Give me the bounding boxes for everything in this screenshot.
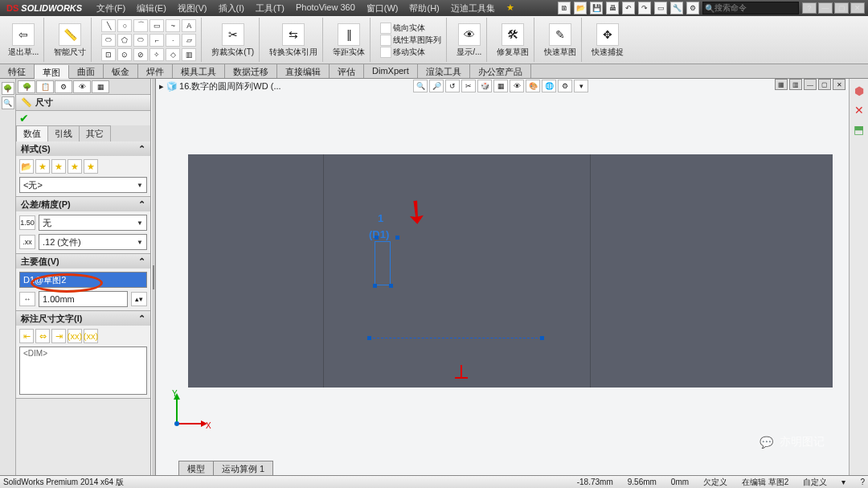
tab-dimxpert[interactable]: DimXpert (364, 64, 418, 78)
repair-button[interactable]: 修复草图 (497, 47, 529, 57)
section-style-head[interactable]: 样式(S)⌃ (16, 141, 150, 156)
move-button[interactable]: 移动实体 (380, 47, 441, 58)
tab-sheetmetal[interactable]: 钣金 (104, 64, 138, 78)
smart-dim-icon[interactable]: 📏 (59, 23, 81, 46)
tab-office[interactable]: 办公室产品 (470, 64, 531, 78)
dim-value-field[interactable]: 1.00mm (39, 291, 128, 307)
status-dropdown-icon[interactable]: ▾ (841, 478, 845, 486)
prev-view-icon[interactable]: ↺ (445, 80, 460, 92)
sketch-endpoint[interactable] (375, 236, 379, 240)
tab-weldment[interactable]: 焊件 (138, 64, 173, 78)
zoom-area-icon[interactable]: 🔎 (429, 80, 444, 92)
btab-model[interactable]: 模型 (178, 461, 214, 475)
style-load-icon[interactable]: 📂 (19, 159, 34, 174)
snap-icon[interactable]: ✥ (596, 23, 619, 46)
quick-sketch-icon[interactable]: ✎ (549, 23, 571, 46)
zoom-fit-icon[interactable]: 🔍 (413, 80, 428, 92)
text-tool-icon[interactable]: A (182, 19, 196, 32)
pm-tree-tab-icon[interactable]: 🌳 (18, 80, 35, 93)
close-icon[interactable]: ✕ (850, 2, 865, 14)
offset-button[interactable]: 等距实体 (333, 47, 365, 57)
collapse-icon[interactable]: ⌃ (138, 314, 145, 324)
tab-mold[interactable]: 模具工具 (173, 64, 225, 78)
tp-close-icon[interactable]: ✕ (852, 103, 866, 117)
menu-view[interactable]: 视图(V) (173, 1, 212, 16)
subtab-other[interactable]: 其它 (79, 125, 111, 141)
line-tool-icon[interactable]: ╲ (101, 19, 116, 32)
document-tab[interactable]: ▸ 🧊 16.数字的圆周阵列WD (... (156, 79, 285, 93)
plane-tool-icon[interactable]: ▱ (182, 34, 196, 47)
menu-tools[interactable]: 工具(T) (251, 1, 289, 16)
sketch-endpoint[interactable] (389, 284, 393, 288)
qa-redo-icon[interactable]: ↷ (638, 2, 651, 14)
doc-min-icon[interactable]: — (804, 79, 817, 90)
tab-evaluate[interactable]: 评估 (330, 64, 364, 78)
section-main-head[interactable]: 主要值(V)⌃ (16, 254, 150, 269)
qa-new-icon[interactable]: 🗎 (558, 2, 571, 14)
pm-disp-tab-icon[interactable]: 👁 (73, 80, 91, 93)
pm-ok-icon[interactable]: ✔ (19, 112, 29, 125)
smart-dim-button[interactable]: 智能尺寸 (54, 47, 86, 57)
tol-prec-select[interactable]: .12 (文件)▼ (39, 234, 147, 250)
trim-button[interactable]: 剪裁实体(T) (211, 47, 254, 57)
rect-tool-icon[interactable]: ▭ (149, 19, 164, 32)
collapse-icon[interactable]: ⌃ (138, 256, 145, 267)
arc-tool-icon[interactable]: ⌒ (133, 19, 148, 32)
tab-datamig[interactable]: 数据迁移 (225, 64, 277, 78)
status-custom[interactable]: 自定义 (803, 477, 827, 488)
repair-icon[interactable]: 🛠 (502, 23, 524, 46)
minimize-icon[interactable]: — (818, 2, 833, 14)
exit-sketch-icon[interactable]: ⇦ (12, 23, 35, 46)
tol-type-select[interactable]: 无▼ (39, 215, 147, 231)
section-text-head[interactable]: 标注尺寸文字(I)⌃ (16, 311, 150, 326)
doc-max-icon[interactable]: ▢ (818, 79, 831, 90)
pm-config-tab-icon[interactable]: ⚙ (55, 80, 72, 93)
tab-render[interactable]: 渲染工具 (418, 64, 470, 78)
poly-tool-icon[interactable]: ⬠ (117, 34, 132, 47)
btab-motion[interactable]: 运动算例 1 (213, 461, 273, 475)
exit-sketch-button[interactable]: 退出草... (8, 47, 39, 57)
command-search[interactable]: 🔍搜索命令 (702, 2, 799, 14)
subtab-leader[interactable]: 引线 (47, 125, 80, 141)
txt-center-icon[interactable]: ⇔ (35, 329, 50, 343)
t1-icon[interactable]: ⊡ (101, 48, 116, 61)
txt-xx1-icon[interactable]: (xx) (68, 329, 82, 343)
tab-features[interactable]: 特征 (0, 64, 35, 78)
section-icon[interactable]: ✂ (461, 80, 476, 92)
style-fav1-icon[interactable]: ★ (35, 159, 50, 174)
collapse-icon[interactable]: ⌃ (138, 199, 145, 210)
style-fav2-icon[interactable]: ★ (51, 159, 66, 174)
offset-icon[interactable]: ‖ (338, 23, 360, 46)
menu-file[interactable]: 文件(F) (92, 1, 130, 16)
dim-text-field[interactable]: <DIM> (19, 347, 147, 395)
qa-rebuild-icon[interactable]: 🔧 (670, 2, 683, 14)
dim-name-field[interactable]: D1@草图2 (19, 272, 147, 288)
pm-prop-tab-icon[interactable]: 📋 (36, 80, 54, 93)
qa-save-icon[interactable]: 💾 (590, 2, 603, 14)
point-tool-icon[interactable]: · (166, 34, 180, 47)
style-fav4-icon[interactable]: ★ (84, 159, 98, 174)
tab-directedit[interactable]: 直接编辑 (277, 64, 330, 78)
qa-select-icon[interactable]: ▭ (654, 2, 667, 14)
qa-print-icon[interactable]: 🖶 (606, 2, 619, 14)
menu-star-icon[interactable]: ★ (502, 1, 519, 16)
appearance-icon[interactable]: 🎨 (526, 80, 540, 92)
line-endpoint[interactable] (367, 336, 371, 340)
txt-xx2-icon[interactable]: (xx) (84, 329, 98, 343)
centerline[interactable] (369, 338, 542, 338)
t6-icon[interactable]: ▥ (182, 48, 196, 61)
tp-home-icon[interactable]: ⬢ (852, 84, 866, 98)
convert-button[interactable]: 转换实体引用 (269, 47, 317, 57)
rail-tree-icon[interactable]: 🌳 (2, 82, 14, 95)
tab-surface[interactable]: 曲面 (69, 64, 104, 78)
graphics-area[interactable]: ▦ ▥ — ▢ ✕ ▸ 🧊 16.数字的圆周阵列WD (... 🔍 🔎 ↺ ✂ … (156, 79, 849, 475)
menu-maidi[interactable]: 迈迪工具集 (446, 1, 500, 16)
convert-icon[interactable]: ⇆ (282, 23, 305, 46)
dimension-value[interactable]: 1 (378, 212, 383, 224)
doc-close-icon[interactable]: ✕ (833, 79, 845, 90)
doc-cascade-icon[interactable]: ▥ (789, 79, 802, 90)
section-tol-head[interactable]: 公差/精度(P)⌃ (16, 197, 150, 211)
t3-icon[interactable]: ⊘ (133, 48, 148, 61)
pm-extra-tab-icon[interactable]: ▦ (92, 80, 109, 93)
subtab-value[interactable]: 数值 (16, 125, 48, 141)
